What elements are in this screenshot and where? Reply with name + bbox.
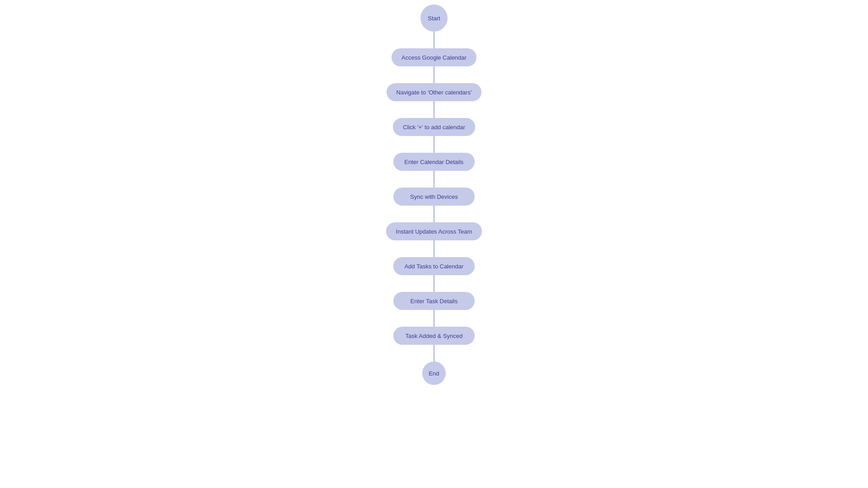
instant-updates-label: Instant Updates Across Team	[396, 228, 472, 235]
connector-5	[434, 171, 434, 188]
flowchart: Start Access Google Calendar Navigate to…	[386, 5, 482, 385]
connector-2	[434, 66, 434, 83]
connector-10	[434, 345, 434, 361]
node-enter-calendar-details: Enter Calendar Details	[393, 153, 475, 171]
node-task-added-synced: Task Added & Synced	[393, 327, 475, 345]
sync-with-devices-label: Sync with Devices	[410, 193, 458, 200]
connector-7	[434, 240, 434, 257]
enter-task-details-box: Enter Task Details	[393, 292, 475, 310]
navigate-other-calendars-box: Navigate to 'Other calendars'	[387, 83, 482, 101]
sync-with-devices-box: Sync with Devices	[393, 188, 475, 206]
node-instant-updates: Instant Updates Across Team	[386, 222, 482, 240]
task-added-synced-box: Task Added & Synced	[393, 327, 475, 345]
connector-8	[434, 275, 434, 292]
connector-4	[434, 136, 434, 153]
access-google-calendar-box: Access Google Calendar	[392, 48, 476, 66]
node-add-tasks-to-calendar: Add Tasks to Calendar	[393, 257, 475, 275]
node-access-google-calendar: Access Google Calendar	[392, 48, 476, 66]
click-add-calendar-label: Click '+' to add calendar	[403, 124, 465, 131]
click-add-calendar-box: Click '+' to add calendar	[393, 118, 475, 136]
connector-3	[434, 101, 434, 118]
add-tasks-to-calendar-box: Add Tasks to Calendar	[393, 257, 475, 275]
node-navigate-other-calendars: Navigate to 'Other calendars'	[387, 83, 482, 101]
access-google-calendar-label: Access Google Calendar	[401, 54, 467, 61]
start-label: Start	[428, 15, 440, 22]
enter-task-details-label: Enter Task Details	[410, 298, 458, 305]
connector-9	[434, 310, 434, 327]
task-added-synced-label: Task Added & Synced	[406, 333, 462, 339]
end-label: End	[429, 370, 439, 377]
connector-1	[434, 32, 434, 48]
add-tasks-to-calendar-label: Add Tasks to Calendar	[405, 263, 464, 270]
diagram-container: Start Access Google Calendar Navigate to…	[0, 0, 868, 488]
instant-updates-box: Instant Updates Across Team	[386, 222, 482, 240]
end-node: End	[422, 361, 446, 385]
navigate-other-calendars-label: Navigate to 'Other calendars'	[396, 89, 472, 96]
node-sync-with-devices: Sync with Devices	[393, 188, 475, 206]
start-node: Start	[420, 5, 448, 32]
node-enter-task-details: Enter Task Details	[393, 292, 475, 310]
enter-calendar-details-box: Enter Calendar Details	[393, 153, 475, 171]
connector-6	[434, 206, 434, 222]
node-start: Start	[420, 5, 448, 32]
enter-calendar-details-label: Enter Calendar Details	[405, 159, 464, 165]
node-click-add-calendar: Click '+' to add calendar	[393, 118, 475, 136]
node-end: End	[422, 361, 446, 385]
